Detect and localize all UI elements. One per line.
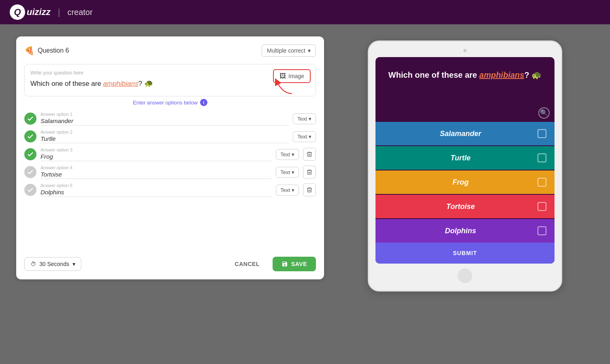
text-dropdown-label-5: Text	[280, 187, 290, 193]
tablet-option-4[interactable]: Tortoise	[375, 195, 555, 218]
tablet-option-5[interactable]: Dolphins	[375, 219, 555, 243]
delete-button-4[interactable]	[303, 166, 316, 179]
check-circle-4[interactable]	[24, 166, 36, 178]
turtle-emoji: 🐢	[144, 79, 153, 87]
tablet-option-2[interactable]: Turtle	[375, 146, 555, 170]
answer-option-4: Answer option 4 Tortoise Text ▾	[24, 165, 316, 179]
clock-icon: ⏱	[30, 261, 36, 267]
tablet-submit-button[interactable]: SUBMIT	[375, 243, 555, 264]
chevron-down-icon-1: ▾	[309, 116, 311, 122]
chevron-down-icon-time: ▾	[73, 261, 75, 267]
logo-q-circle: Q	[10, 4, 25, 20]
time-label: 30 Seconds	[39, 261, 69, 267]
cancel-button[interactable]: CANCEL	[226, 257, 269, 271]
check-circle-2[interactable]	[24, 130, 36, 143]
answer-input-4[interactable]: Answer option 4 Tortoise	[41, 165, 272, 179]
delete-button-5[interactable]	[303, 183, 316, 196]
logo: Q uizizz	[10, 4, 51, 20]
tablet-option-text-3: Frog	[384, 178, 537, 187]
text-dropdown-label-2: Text	[297, 134, 307, 140]
question-number: Question 6	[38, 47, 69, 54]
answer-options-header: Enter answer options below i	[24, 99, 316, 106]
answer-option-1: Answer option 1 Salamander Text ▾	[24, 112, 316, 126]
question-type-label: Multiple correct	[267, 47, 305, 54]
check-circle-3[interactable]	[24, 148, 36, 160]
tablet-amphibians: amphibians	[479, 70, 524, 79]
answer-input-1[interactable]: Answer option 1 Salamander	[41, 112, 289, 126]
answer-value-5: Dolphins	[41, 188, 272, 196]
chevron-down-icon: ▾	[308, 47, 311, 54]
answer-value-3: Frog	[41, 152, 272, 160]
tablet-option-3[interactable]: Frog	[375, 170, 555, 194]
chevron-down-icon-4: ▾	[292, 169, 294, 175]
tablet-checkbox-1[interactable]	[537, 129, 546, 138]
answer-input-3[interactable]: Answer option 3 Frog	[41, 147, 272, 161]
navbar: Q uizizz | creator	[0, 0, 610, 24]
save-button[interactable]: SAVE	[273, 257, 316, 271]
main-content: 🍕 Question 6 Multiple correct ▾ Write yo…	[0, 24, 610, 364]
save-label: SAVE	[291, 261, 307, 267]
tablet-checkbox-5[interactable]	[537, 226, 546, 235]
answer-option-2: Answer option 2 Turtle Text ▾	[24, 130, 316, 143]
answer-value-4: Tortoise	[41, 170, 272, 178]
tablet-outer: Which one of these are amphibians? 🐢 🔍 S…	[368, 40, 562, 292]
save-icon	[282, 261, 288, 267]
check-circle-1[interactable]	[24, 113, 36, 125]
footer-actions: CANCEL SAVE	[226, 257, 316, 271]
answer-options-hint: Enter answer options below	[133, 100, 198, 106]
tablet-option-1[interactable]: Salamander	[375, 122, 555, 145]
image-button[interactable]: 🖼 Image	[273, 69, 311, 83]
chevron-down-icon-3: ▾	[292, 151, 294, 158]
question-area[interactable]: Write your question here Which one of th…	[24, 64, 316, 96]
question-text: Which one of these are amphibians? 🐢	[30, 78, 310, 89]
tablet-preview: Which one of these are amphibians? 🐢 🔍 S…	[336, 36, 594, 292]
tablet-question: Which one of these are amphibians? 🐢 🔍	[375, 57, 555, 122]
navbar-divider: |	[58, 7, 60, 17]
logo-name: uizizz	[27, 7, 51, 17]
answer-label-1: Answer option 1	[41, 112, 289, 117]
tablet-option-text-1: Salamander	[384, 130, 537, 138]
tablet-checkbox-4[interactable]	[537, 202, 546, 211]
text-dropdown-2[interactable]: Text ▾	[293, 131, 316, 142]
tablet-camera	[463, 49, 467, 52]
answer-input-5[interactable]: Answer option 5 Dolphins	[41, 183, 272, 197]
answer-value-2: Turtle	[41, 134, 289, 142]
answer-label-5: Answer option 5	[41, 183, 272, 188]
question-type-dropdown[interactable]: Multiple correct ▾	[262, 45, 316, 57]
text-dropdown-label-1: Text	[297, 116, 307, 122]
chevron-down-icon-2: ▾	[309, 134, 311, 140]
answer-option-3: Answer option 3 Frog Text ▾	[24, 147, 316, 161]
chevron-down-icon-5: ▾	[292, 187, 294, 193]
check-circle-5[interactable]	[24, 184, 36, 196]
question-amphibians: amphibians	[103, 80, 139, 87]
text-dropdown-5[interactable]: Text ▾	[276, 185, 299, 196]
text-dropdown-4[interactable]: Text ▾	[276, 167, 299, 178]
tablet-checkbox-2[interactable]	[537, 153, 546, 162]
answer-input-2[interactable]: Answer option 2 Turtle	[41, 130, 289, 143]
text-dropdown-label-4: Text	[280, 169, 290, 175]
editor-card: 🍕 Question 6 Multiple correct ▾ Write yo…	[16, 36, 324, 279]
logo-q-letter: Q	[14, 7, 21, 17]
question-emoji: 🍕	[24, 46, 34, 55]
text-dropdown-1[interactable]: Text ▾	[293, 113, 316, 124]
tablet-checkbox-3[interactable]	[537, 178, 546, 187]
text-dropdown-3[interactable]: Text ▾	[276, 149, 299, 160]
image-icon: 🖼	[279, 72, 286, 80]
tablet-home-button[interactable]	[458, 268, 472, 283]
tablet-screen: Which one of these are amphibians? 🐢 🔍 S…	[375, 57, 555, 264]
answer-option-5: Answer option 5 Dolphins Text ▾	[24, 183, 316, 197]
question-label: 🍕 Question 6	[24, 46, 69, 55]
time-dropdown[interactable]: ⏱ 30 Seconds ▾	[24, 257, 81, 271]
answer-label-2: Answer option 2	[41, 130, 289, 134]
tablet-option-text-5: Dolphins	[384, 227, 537, 235]
tablet-option-text-2: Turtle	[384, 154, 537, 162]
delete-button-3[interactable]	[303, 148, 316, 161]
answer-label-3: Answer option 3	[41, 147, 272, 152]
info-icon: i	[200, 99, 207, 106]
tablet-options: Salamander Turtle Frog Tortoise	[375, 122, 555, 243]
image-button-label: Image	[288, 73, 304, 79]
answer-options-list: Answer option 1 Salamander Text ▾ Answer…	[24, 112, 316, 201]
answer-value-1: Salamander	[41, 117, 289, 124]
question-hint: Write your question here	[30, 70, 310, 76]
zoom-icon[interactable]: 🔍	[538, 107, 550, 119]
